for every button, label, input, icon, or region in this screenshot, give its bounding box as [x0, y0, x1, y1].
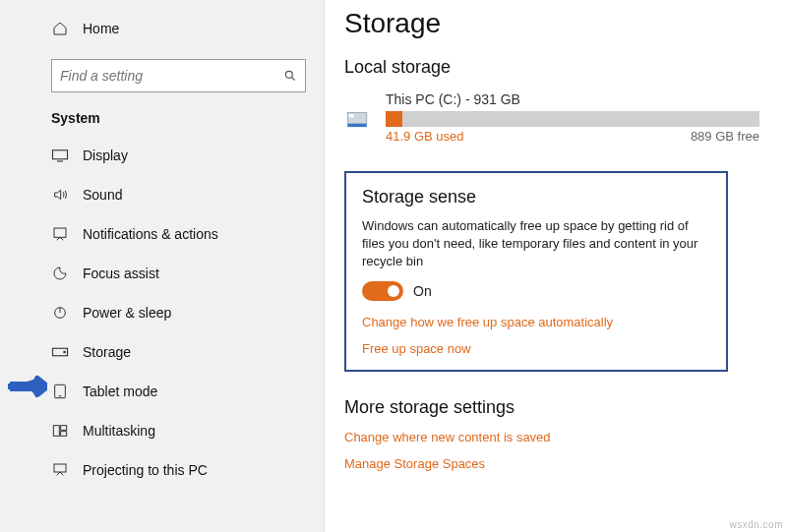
search-input[interactable]: [60, 68, 283, 84]
multitasking-icon: [51, 422, 69, 440]
toggle-state-label: On: [413, 283, 432, 299]
svg-rect-11: [53, 426, 59, 437]
sidebar-item-display[interactable]: Display: [0, 136, 324, 175]
sidebar-item-storage[interactable]: Storage: [0, 332, 324, 372]
svg-point-0: [285, 71, 292, 78]
focus-icon: [51, 265, 69, 282]
search-wrap: [51, 59, 306, 92]
page-title: Storage: [344, 8, 787, 39]
sidebar-item-multitasking[interactable]: Multitasking: [0, 411, 324, 450]
drive-name: This PC (C:) - 931 GB: [386, 91, 787, 107]
search-icon: [283, 69, 297, 83]
usage-labels: 41.9 GB used 889 GB free: [386, 129, 759, 144]
menu-items: Display Sound Notifications & actions Fo…: [0, 136, 324, 490]
link-free-now[interactable]: Free up space now: [362, 341, 710, 356]
used-label: 41.9 GB used: [386, 129, 464, 144]
sidebar-item-projecting[interactable]: Projecting to this PC: [0, 450, 324, 490]
sidebar-item-label: Display: [83, 148, 128, 163]
notifications-icon: [51, 225, 69, 243]
usage-bar: [386, 111, 759, 127]
sidebar-item-label: Projecting to this PC: [83, 462, 208, 478]
sidebar: Home System Display Soun: [0, 0, 325, 532]
svg-rect-16: [347, 123, 367, 126]
drive-row[interactable]: This PC (C:) - 931 GB 41.9 GB used 889 G…: [344, 91, 787, 144]
power-icon: [51, 304, 69, 322]
svg-rect-12: [61, 426, 67, 431]
sidebar-item-focus[interactable]: Focus assist: [0, 254, 324, 293]
sidebar-item-label: Multitasking: [83, 423, 155, 439]
free-label: 889 GB free: [691, 129, 759, 144]
home-label: Home: [83, 21, 119, 36]
pointer-arrow-icon: [8, 374, 47, 399]
svg-line-1: [292, 78, 295, 81]
toggle-row: On: [362, 281, 710, 301]
svg-rect-4: [54, 228, 66, 237]
sidebar-item-sound[interactable]: Sound: [0, 175, 324, 214]
more-settings: More storage settings Change where new c…: [344, 397, 787, 471]
sidebar-item-label: Tablet mode: [83, 384, 157, 399]
drive-icon: [344, 106, 370, 132]
toggle-knob: [388, 285, 399, 297]
sidebar-item-label: Sound: [83, 187, 122, 203]
sidebar-item-label: Focus assist: [83, 266, 159, 281]
sidebar-item-label: Notifications & actions: [83, 226, 218, 242]
sidebar-item-label: Storage: [83, 344, 131, 360]
svg-rect-13: [61, 432, 67, 437]
sidebar-item-notifications[interactable]: Notifications & actions: [0, 214, 324, 254]
svg-rect-2: [53, 150, 68, 159]
main-panel: Storage Local storage This PC (C:) - 931…: [325, 0, 787, 532]
svg-rect-17: [349, 114, 354, 117]
section-system: System: [0, 106, 324, 136]
drive-body: This PC (C:) - 931 GB 41.9 GB used 889 G…: [386, 91, 787, 144]
storage-sense-desc: Windows can automatically free up space …: [362, 217, 710, 271]
home-icon: [51, 20, 69, 37]
svg-rect-14: [54, 464, 66, 472]
sidebar-item-label: Power & sleep: [83, 305, 171, 321]
link-change-auto[interactable]: Change how we free up space automaticall…: [362, 315, 710, 329]
link-manage-spaces[interactable]: Manage Storage Spaces: [344, 456, 787, 471]
home-nav[interactable]: Home: [0, 10, 324, 47]
search-box[interactable]: [51, 59, 306, 92]
storage-icon: [51, 343, 69, 361]
more-heading: More storage settings: [344, 397, 787, 418]
storage-sense-box: Storage sense Windows can automatically …: [344, 171, 728, 372]
projecting-icon: [51, 461, 69, 479]
sound-icon: [51, 186, 69, 204]
svg-point-8: [64, 351, 66, 353]
display-icon: [51, 147, 69, 164]
tablet-icon: [51, 383, 69, 400]
storage-sense-heading: Storage sense: [362, 187, 710, 207]
sidebar-item-tablet[interactable]: Tablet mode: [0, 372, 324, 411]
watermark: wsxdn.com: [729, 519, 783, 530]
storage-sense-toggle[interactable]: [362, 281, 403, 301]
link-change-save[interactable]: Change where new content is saved: [344, 430, 787, 444]
local-storage-heading: Local storage: [344, 57, 787, 78]
usage-bar-fill: [386, 111, 402, 127]
sidebar-item-power[interactable]: Power & sleep: [0, 293, 324, 332]
